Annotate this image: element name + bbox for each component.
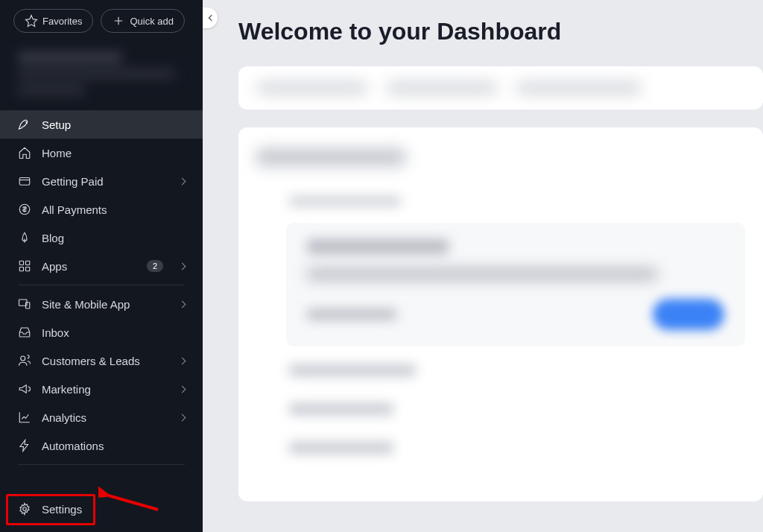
- rocket-icon: [18, 118, 31, 131]
- quick-add-button[interactable]: Quick add: [101, 9, 185, 33]
- sidebar-item-label: Setup: [42, 118, 185, 131]
- plus-icon: [112, 14, 125, 28]
- card-icon: [18, 174, 31, 188]
- list-item-placeholder: [289, 442, 393, 454]
- card-sub-placeholder: [289, 196, 401, 206]
- favorites-label: Favorites: [42, 16, 82, 27]
- setup-card: [238, 127, 763, 501]
- svg-rect-4: [19, 267, 23, 271]
- divider: [18, 464, 185, 465]
- sidebar-item-label: Blog: [42, 232, 185, 244]
- pen-icon: [18, 231, 31, 244]
- sidebar-item-inbox[interactable]: Inbox: [0, 318, 203, 346]
- svg-rect-2: [19, 261, 23, 265]
- sidebar-item-automations[interactable]: Automations: [0, 431, 203, 460]
- nav-section-2: Site & Mobile App Inbox Customers & Lead…: [0, 290, 203, 460]
- summary-card: [238, 66, 763, 110]
- inner-card: [286, 223, 745, 346]
- sidebar-item-all-payments[interactable]: All Payments: [0, 195, 203, 224]
- svg-point-9: [23, 507, 27, 511]
- sidebar-item-label: Getting Paid: [42, 175, 169, 188]
- cta-button[interactable]: [653, 299, 724, 330]
- sidebar-item-label: Apps: [42, 260, 136, 273]
- chevron-right-icon: [179, 177, 186, 185]
- sidebar-item-analytics[interactable]: Analytics: [0, 403, 203, 431]
- nav-section-1: Setup Home Getting Paid All Payments: [0, 110, 203, 280]
- site-info-block: [0, 40, 203, 110]
- sidebar-item-label: Home: [42, 147, 185, 159]
- lightning-icon: [18, 439, 31, 452]
- chevron-right-icon: [179, 300, 186, 308]
- sidebar-item-label: Site & Mobile App: [42, 298, 169, 311]
- sidebar-item-label: Analytics: [42, 411, 169, 424]
- star-icon: [25, 14, 38, 28]
- svg-rect-5: [26, 267, 30, 271]
- sidebar-item-settings[interactable]: Settings: [0, 495, 203, 523]
- home-icon: [18, 146, 31, 159]
- svg-point-8: [21, 356, 25, 361]
- sidebar-item-label: Customers & Leads: [42, 355, 169, 367]
- divider: [18, 285, 185, 285]
- gear-icon: [18, 502, 31, 516]
- chevron-right-icon: [179, 357, 186, 364]
- apps-icon: [18, 259, 31, 273]
- list-item-placeholder: [289, 403, 393, 415]
- top-buttons: Favorites Quick add: [0, 0, 203, 40]
- main-content: Welcome to your Dashboard: [203, 0, 763, 532]
- card-title-placeholder: [256, 148, 405, 166]
- dollar-icon: [18, 203, 31, 216]
- sidebar-item-customers-leads[interactable]: Customers & Leads: [0, 346, 203, 375]
- sidebar-item-label: All Payments: [42, 203, 185, 216]
- devices-icon: [18, 297, 31, 311]
- sidebar-item-apps[interactable]: Apps 2: [0, 252, 203, 280]
- sidebar-item-getting-paid[interactable]: Getting Paid: [0, 167, 203, 195]
- chevron-right-icon: [179, 262, 186, 270]
- inner-title-placeholder: [307, 239, 449, 254]
- megaphone-icon: [18, 382, 31, 396]
- sidebar-item-blog[interactable]: Blog: [0, 224, 203, 252]
- chevron-right-icon: [179, 385, 186, 393]
- quick-add-label: Quick add: [130, 16, 174, 27]
- page-title: Welcome to your Dashboard: [238, 0, 763, 66]
- inbox-icon: [18, 326, 31, 339]
- sidebar-item-home[interactable]: Home: [0, 139, 203, 167]
- sidebar: Favorites Quick add Setup Home: [0, 0, 203, 532]
- list-item-placeholder: [289, 364, 416, 376]
- apps-badge: 2: [147, 260, 163, 272]
- inner-text-placeholder: [307, 309, 396, 320]
- sidebar-item-marketing[interactable]: Marketing: [0, 375, 203, 403]
- users-icon: [18, 354, 31, 367]
- svg-rect-0: [19, 178, 30, 186]
- sidebar-item-label: Marketing: [42, 383, 169, 396]
- sidebar-item-setup[interactable]: Setup: [0, 110, 203, 139]
- nav-section-3: Settings: [0, 495, 203, 532]
- chart-icon: [18, 411, 31, 424]
- favorites-button[interactable]: Favorites: [13, 9, 93, 33]
- sidebar-item-site-mobile[interactable]: Site & Mobile App: [0, 290, 203, 318]
- chevron-right-icon: [179, 414, 186, 421]
- sidebar-item-label: Settings: [42, 503, 185, 516]
- chevron-left-icon: [208, 15, 214, 21]
- sidebar-item-label: Inbox: [42, 326, 185, 339]
- svg-rect-3: [26, 261, 30, 265]
- sidebar-item-label: Automations: [42, 440, 185, 452]
